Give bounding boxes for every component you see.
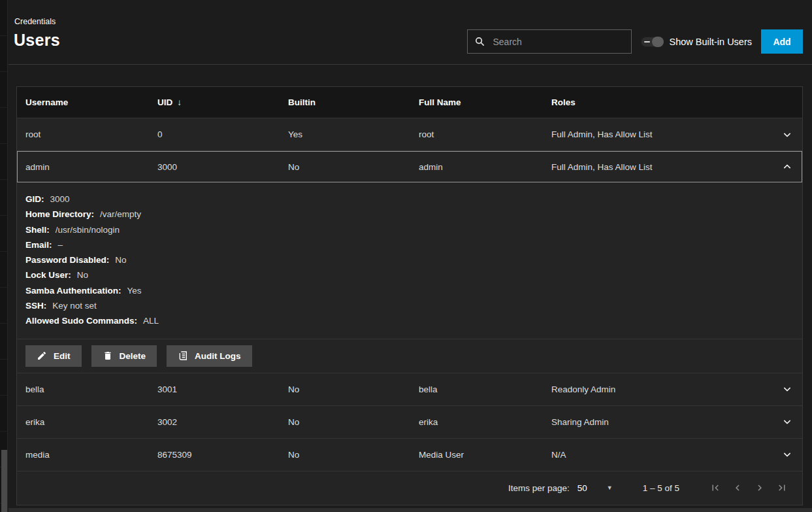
detail-password-disabled: Password Disabled:No	[25, 252, 802, 267]
page-title: Users	[14, 31, 60, 50]
search-box[interactable]	[467, 29, 632, 54]
receipt-icon	[178, 350, 188, 361]
cell-username: erika	[25, 417, 157, 427]
cell-roles: Readonly Admin	[551, 384, 772, 394]
detail-allowed-sudo-commands: Allowed Sudo Commands:ALL	[25, 313, 802, 328]
cell-username: media	[25, 450, 157, 460]
cell-uid: 8675309	[157, 450, 288, 460]
cell-uid: 3002	[157, 417, 288, 427]
pagination-nav	[708, 481, 789, 495]
cell-uid: 0	[157, 129, 288, 139]
show-builtin-toggle-group: Show Built-in Users	[641, 37, 752, 47]
breadcrumb[interactable]: Credentials	[14, 17, 56, 26]
collapsed-sidebar	[0, 0, 8, 512]
toggle-dash-icon	[644, 41, 650, 43]
detail-ssh: SSH:Key not set	[25, 298, 802, 313]
delete-button[interactable]: Delete	[91, 345, 157, 367]
last-page-icon	[776, 482, 788, 494]
cell-roles: Sharing Admin	[551, 417, 772, 427]
cell-builtin: Yes	[288, 129, 419, 139]
last-page-button[interactable]	[775, 481, 789, 495]
chevron-down-icon[interactable]	[781, 128, 794, 141]
chevron-down-icon[interactable]	[781, 415, 794, 428]
table-header-row: Username UID↓ Builtin Full Name Roles	[17, 87, 802, 118]
add-user-button[interactable]: Add	[761, 29, 803, 54]
cell-fullname: bella	[419, 384, 551, 394]
show-builtin-label: Show Built-in Users	[669, 37, 752, 47]
cell-fullname: erika	[419, 417, 551, 427]
table-row-erika[interactable]: erika 3002 No erika Sharing Admin	[17, 406, 802, 439]
cell-builtin: No	[288, 162, 419, 172]
cell-builtin: No	[288, 417, 419, 427]
table-row-bella[interactable]: bella 3001 No bella Readonly Admin	[17, 373, 802, 406]
detail-samba-authentication: Samba Authentication:Yes	[25, 283, 802, 298]
chevron-right-icon	[754, 482, 766, 494]
search-input[interactable]	[491, 36, 625, 48]
show-builtin-toggle[interactable]	[641, 37, 664, 47]
column-header-uid[interactable]: UID↓	[157, 97, 288, 107]
detail-lock-user: Lock User:No	[25, 267, 802, 282]
toolbar: Show Built-in Users Add	[467, 29, 803, 54]
cell-builtin: No	[288, 384, 419, 394]
cell-uid: 3000	[157, 162, 288, 172]
column-header-builtin[interactable]: Builtin	[288, 97, 419, 107]
detail-shell: Shell:/usr/sbin/nologin	[25, 222, 802, 237]
row-actions: Edit Delete Audit Logs	[17, 339, 802, 373]
page-range-label: 1 – 5 of 5	[643, 483, 679, 493]
detail-gid: GID:3000	[25, 192, 802, 207]
footer-strip	[8, 508, 812, 512]
caret-down-icon[interactable]: ▼	[607, 485, 613, 491]
first-page-button[interactable]	[708, 481, 723, 495]
column-header-username[interactable]: Username	[25, 97, 157, 107]
pagination-bar: Items per page: 50 ▼ 1 – 5 of 5	[17, 471, 802, 505]
detail-email: Email:–	[25, 237, 802, 252]
first-page-icon	[709, 482, 721, 494]
items-per-page-label: Items per page:	[508, 483, 570, 493]
cell-roles: Full Admin, Has Allow List	[551, 162, 772, 172]
cell-username: admin	[25, 162, 157, 172]
cell-builtin: No	[288, 450, 419, 460]
table-row-media[interactable]: media 8675309 No Media User N/A	[17, 439, 802, 471]
trash-icon	[103, 350, 113, 361]
cell-fullname: Media User	[419, 450, 551, 460]
pencil-icon	[37, 350, 47, 361]
chevron-left-icon	[732, 482, 743, 494]
next-page-button[interactable]	[753, 481, 767, 495]
table-row-admin[interactable]: admin 3000 No admin Full Admin, Has Allo…	[17, 151, 802, 182]
items-per-page-select[interactable]: 50	[577, 483, 587, 493]
cell-username: root	[25, 129, 157, 139]
chevron-up-icon[interactable]	[781, 160, 794, 173]
chevron-down-icon[interactable]	[781, 448, 794, 461]
cell-fullname: admin	[419, 162, 551, 172]
previous-page-button[interactable]	[730, 481, 745, 495]
search-icon	[474, 36, 485, 47]
cell-roles: Full Admin, Has Allow List	[551, 129, 772, 139]
audit-logs-button[interactable]: Audit Logs	[167, 345, 252, 367]
user-details-panel: GID:3000 Home Directory:/var/empty Shell…	[17, 182, 802, 339]
sidebar-scrollbar-thumb[interactable]	[1, 450, 7, 512]
edit-button[interactable]: Edit	[25, 345, 82, 367]
cell-uid: 3001	[157, 384, 288, 394]
detail-home-directory: Home Directory:/var/empty	[25, 207, 802, 222]
cell-fullname: root	[419, 129, 551, 139]
toggle-thumb	[652, 37, 664, 47]
cell-username: bella	[25, 384, 157, 394]
cell-roles: N/A	[551, 450, 772, 460]
page-header: Credentials Users Show Built-in Users Ad…	[8, 0, 812, 65]
table-row-root[interactable]: root 0 Yes root Full Admin, Has Allow Li…	[17, 118, 802, 151]
sort-descending-icon: ↓	[177, 97, 182, 107]
users-table: Username UID↓ Builtin Full Name Roles ro…	[16, 86, 803, 505]
chevron-down-icon[interactable]	[781, 383, 794, 396]
column-header-roles[interactable]: Roles	[551, 97, 772, 107]
column-header-fullname[interactable]: Full Name	[419, 97, 551, 107]
